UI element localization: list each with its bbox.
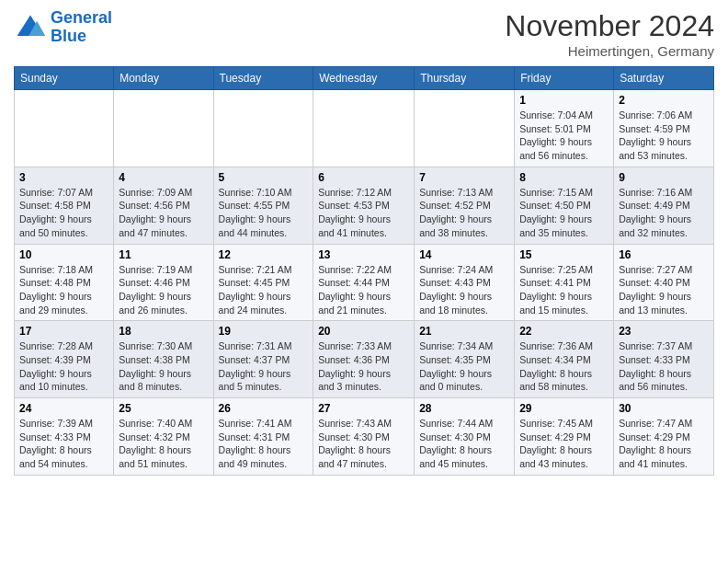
- calendar-cell: 19Sunrise: 7:31 AM Sunset: 4:37 PM Dayli…: [213, 321, 313, 398]
- weekday-header: Friday: [515, 67, 614, 90]
- page-header: General Blue November 2024 Heimertingen,…: [14, 9, 714, 59]
- day-number: 7: [419, 171, 509, 184]
- calendar-cell: 27Sunrise: 7:43 AM Sunset: 4:30 PM Dayli…: [313, 398, 415, 476]
- day-info: Sunrise: 7:28 AM Sunset: 4:39 PM Dayligh…: [19, 339, 108, 394]
- day-number: 26: [219, 402, 309, 415]
- day-info: Sunrise: 7:40 AM Sunset: 4:32 PM Dayligh…: [119, 417, 208, 471]
- calendar-week-row: 3Sunrise: 7:07 AM Sunset: 4:58 PM Daylig…: [15, 167, 714, 244]
- calendar-cell: 22Sunrise: 7:36 AM Sunset: 4:34 PM Dayli…: [515, 321, 614, 398]
- calendar-cell: 15Sunrise: 7:25 AM Sunset: 4:41 PM Dayli…: [515, 244, 614, 321]
- weekday-header: Monday: [114, 67, 213, 90]
- calendar-cell: 14Sunrise: 7:24 AM Sunset: 4:43 PM Dayli…: [415, 244, 515, 321]
- day-info: Sunrise: 7:24 AM Sunset: 4:43 PM Dayligh…: [419, 263, 509, 317]
- month-title: November 2024: [505, 9, 714, 43]
- day-info: Sunrise: 7:45 AM Sunset: 4:29 PM Dayligh…: [519, 417, 609, 471]
- calendar-cell: 5Sunrise: 7:10 AM Sunset: 4:55 PM Daylig…: [213, 167, 313, 244]
- day-number: 11: [119, 248, 208, 261]
- calendar-cell: [15, 90, 114, 167]
- day-number: 13: [318, 248, 409, 261]
- day-number: 12: [219, 248, 309, 261]
- calendar-week-row: 1Sunrise: 7:04 AM Sunset: 5:01 PM Daylig…: [15, 90, 714, 167]
- calendar-cell: [114, 90, 213, 167]
- day-number: 5: [219, 171, 309, 184]
- day-number: 24: [19, 402, 108, 415]
- day-info: Sunrise: 7:34 AM Sunset: 4:35 PM Dayligh…: [419, 339, 509, 394]
- day-number: 25: [119, 402, 208, 415]
- day-info: Sunrise: 7:10 AM Sunset: 4:55 PM Dayligh…: [219, 186, 309, 240]
- day-number: 6: [318, 171, 409, 184]
- day-info: Sunrise: 7:13 AM Sunset: 4:52 PM Dayligh…: [419, 186, 509, 240]
- calendar-cell: 8Sunrise: 7:15 AM Sunset: 4:50 PM Daylig…: [515, 167, 614, 244]
- calendar-cell: 3Sunrise: 7:07 AM Sunset: 4:58 PM Daylig…: [15, 167, 114, 244]
- day-number: 1: [519, 94, 609, 107]
- calendar-cell: 25Sunrise: 7:40 AM Sunset: 4:32 PM Dayli…: [114, 398, 213, 476]
- weekday-header: Wednesday: [313, 67, 415, 90]
- day-info: Sunrise: 7:12 AM Sunset: 4:53 PM Dayligh…: [318, 186, 409, 240]
- calendar-cell: 2Sunrise: 7:06 AM Sunset: 4:59 PM Daylig…: [614, 90, 714, 167]
- logo-icon: [14, 11, 47, 44]
- day-number: 14: [419, 248, 509, 261]
- weekday-header: Thursday: [415, 67, 515, 90]
- day-info: Sunrise: 7:36 AM Sunset: 4:34 PM Dayligh…: [519, 339, 609, 394]
- day-info: Sunrise: 7:04 AM Sunset: 5:01 PM Dayligh…: [519, 109, 609, 163]
- calendar-cell: [213, 90, 313, 167]
- day-number: 22: [519, 325, 609, 338]
- day-info: Sunrise: 7:47 AM Sunset: 4:29 PM Dayligh…: [619, 417, 709, 471]
- calendar-cell: 30Sunrise: 7:47 AM Sunset: 4:29 PM Dayli…: [614, 398, 714, 476]
- day-info: Sunrise: 7:41 AM Sunset: 4:31 PM Dayligh…: [219, 417, 309, 471]
- day-info: Sunrise: 7:15 AM Sunset: 4:50 PM Dayligh…: [519, 186, 609, 240]
- calendar-cell: 12Sunrise: 7:21 AM Sunset: 4:45 PM Dayli…: [213, 244, 313, 321]
- calendar-cell: 28Sunrise: 7:44 AM Sunset: 4:30 PM Dayli…: [415, 398, 515, 476]
- calendar-cell: [313, 90, 415, 167]
- day-info: Sunrise: 7:07 AM Sunset: 4:58 PM Dayligh…: [19, 186, 108, 240]
- calendar-week-row: 24Sunrise: 7:39 AM Sunset: 4:33 PM Dayli…: [15, 398, 714, 476]
- day-info: Sunrise: 7:37 AM Sunset: 4:33 PM Dayligh…: [619, 339, 709, 394]
- weekday-header: Tuesday: [213, 67, 313, 90]
- weekday-header: Sunday: [15, 67, 114, 90]
- day-info: Sunrise: 7:27 AM Sunset: 4:40 PM Dayligh…: [619, 263, 709, 317]
- day-info: Sunrise: 7:06 AM Sunset: 4:59 PM Dayligh…: [619, 109, 709, 163]
- day-number: 16: [619, 248, 709, 261]
- calendar-cell: 17Sunrise: 7:28 AM Sunset: 4:39 PM Dayli…: [15, 321, 114, 398]
- calendar-cell: [415, 90, 515, 167]
- day-number: 17: [19, 325, 108, 338]
- day-number: 4: [119, 171, 208, 184]
- day-number: 2: [619, 94, 709, 107]
- calendar-cell: 9Sunrise: 7:16 AM Sunset: 4:49 PM Daylig…: [614, 167, 714, 244]
- calendar-cell: 23Sunrise: 7:37 AM Sunset: 4:33 PM Dayli…: [614, 321, 714, 398]
- logo-text: General Blue: [51, 9, 112, 46]
- day-number: 15: [519, 248, 609, 261]
- day-number: 21: [419, 325, 509, 338]
- calendar-cell: 18Sunrise: 7:30 AM Sunset: 4:38 PM Dayli…: [114, 321, 213, 398]
- day-number: 3: [19, 171, 108, 184]
- day-number: 30: [619, 402, 709, 415]
- calendar-cell: 4Sunrise: 7:09 AM Sunset: 4:56 PM Daylig…: [114, 167, 213, 244]
- day-number: 20: [318, 325, 409, 338]
- calendar-cell: 11Sunrise: 7:19 AM Sunset: 4:46 PM Dayli…: [114, 244, 213, 321]
- day-number: 8: [519, 171, 609, 184]
- location: Heimertingen, Germany: [505, 43, 714, 59]
- logo: General Blue: [14, 9, 112, 46]
- day-info: Sunrise: 7:39 AM Sunset: 4:33 PM Dayligh…: [19, 417, 108, 471]
- calendar-cell: 20Sunrise: 7:33 AM Sunset: 4:36 PM Dayli…: [313, 321, 415, 398]
- day-number: 23: [619, 325, 709, 338]
- day-number: 18: [119, 325, 208, 338]
- calendar-cell: 24Sunrise: 7:39 AM Sunset: 4:33 PM Dayli…: [15, 398, 114, 476]
- calendar-cell: 10Sunrise: 7:18 AM Sunset: 4:48 PM Dayli…: [15, 244, 114, 321]
- page-container: General Blue November 2024 Heimertingen,…: [0, 0, 728, 485]
- day-number: 28: [419, 402, 509, 415]
- calendar-cell: 6Sunrise: 7:12 AM Sunset: 4:53 PM Daylig…: [313, 167, 415, 244]
- calendar-cell: 13Sunrise: 7:22 AM Sunset: 4:44 PM Dayli…: [313, 244, 415, 321]
- day-info: Sunrise: 7:43 AM Sunset: 4:30 PM Dayligh…: [318, 417, 409, 471]
- day-number: 27: [318, 402, 409, 415]
- day-info: Sunrise: 7:21 AM Sunset: 4:45 PM Dayligh…: [219, 263, 309, 317]
- calendar-cell: 7Sunrise: 7:13 AM Sunset: 4:52 PM Daylig…: [415, 167, 515, 244]
- calendar-cell: 29Sunrise: 7:45 AM Sunset: 4:29 PM Dayli…: [515, 398, 614, 476]
- day-info: Sunrise: 7:19 AM Sunset: 4:46 PM Dayligh…: [119, 263, 208, 317]
- title-block: November 2024 Heimertingen, Germany: [505, 9, 714, 59]
- day-info: Sunrise: 7:31 AM Sunset: 4:37 PM Dayligh…: [219, 339, 309, 394]
- calendar-cell: 26Sunrise: 7:41 AM Sunset: 4:31 PM Dayli…: [213, 398, 313, 476]
- day-number: 10: [19, 248, 108, 261]
- day-number: 9: [619, 171, 709, 184]
- day-info: Sunrise: 7:25 AM Sunset: 4:41 PM Dayligh…: [519, 263, 609, 317]
